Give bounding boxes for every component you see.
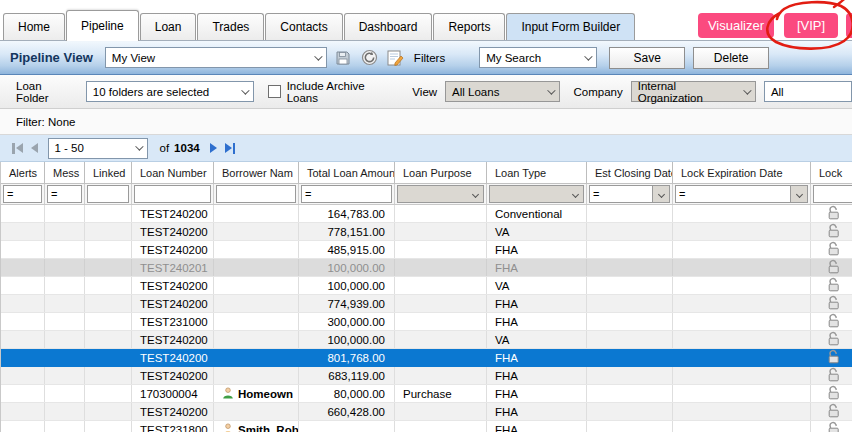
edit-icon[interactable]	[386, 49, 405, 67]
cutoff-pink-button[interactable]	[846, 13, 852, 38]
tab-loan[interactable]: Loan	[140, 13, 197, 40]
filter-select-type[interactable]	[489, 185, 584, 203]
visualizer-button[interactable]: Visualizer	[698, 13, 774, 38]
delete-button[interactable]: Delete	[693, 47, 769, 69]
cell-lock	[811, 241, 852, 258]
include-archive-checkbox[interactable]	[268, 85, 281, 98]
include-archive-label: Include Archive Loans	[287, 80, 397, 104]
first-page-button[interactable]	[12, 143, 23, 154]
lock-open-icon	[827, 241, 840, 258]
cell-purpose	[395, 295, 487, 312]
cell-alerts	[1, 223, 45, 240]
tab-home[interactable]: Home	[3, 13, 65, 40]
loan-folder-combobox[interactable]: 10 folders are selected	[86, 81, 254, 102]
column-header-mess[interactable]: Mess	[45, 162, 85, 183]
vip-button[interactable]: [VIP]	[784, 13, 838, 38]
filter-cell-purpose	[395, 184, 487, 204]
lock-open-icon	[827, 403, 840, 420]
view-filter-combobox[interactable]: All Loans	[445, 81, 560, 102]
tab-pipeline[interactable]: Pipeline	[66, 10, 139, 41]
cell-loan_number: 170300004	[132, 385, 214, 402]
tab-reports[interactable]: Reports	[433, 13, 505, 40]
column-header-loan_number[interactable]: Loan Number	[132, 162, 214, 183]
chevron-down-icon	[795, 190, 802, 197]
cell-mess	[45, 259, 85, 276]
save-button[interactable]: Save	[609, 47, 685, 69]
cell-mess	[45, 241, 85, 258]
filter-input-loan_number[interactable]	[134, 185, 211, 203]
cell-lock	[811, 223, 852, 240]
lock-open-icon	[827, 277, 840, 294]
page-range-combobox[interactable]: 1 - 50	[48, 138, 148, 159]
cell-purpose	[395, 205, 487, 222]
table-row[interactable]: TEST240200683,119.00FHA	[1, 367, 852, 385]
tab-trades[interactable]: Trades	[197, 13, 264, 40]
cell-lock_exp	[673, 259, 811, 276]
cell-loan_number: TEST240200	[132, 349, 214, 366]
filter-input-borrower[interactable]	[216, 185, 296, 203]
filter-dropdown-button-lock_exp[interactable]	[791, 185, 808, 203]
table-filter-row	[1, 184, 852, 205]
cell-purpose	[395, 223, 487, 240]
filter-input-est_closing[interactable]	[589, 185, 653, 203]
chevron-down-icon	[241, 86, 249, 94]
save-icon[interactable]	[334, 49, 353, 67]
table-row[interactable]: 170300004Homeown80,000.00PurchaseFHA	[1, 385, 852, 403]
cell-amount: 100,000.00	[299, 259, 395, 276]
cell-alerts	[1, 403, 45, 420]
column-header-alerts[interactable]: Alerts	[1, 162, 45, 183]
org-value: All	[771, 86, 784, 98]
table-row[interactable]: TEST240200660,428.00FHA	[1, 403, 852, 421]
filter-dropdown-button-est_closing[interactable]	[653, 185, 670, 203]
table-body: TEST240200164,783.00ConventionalTEST2402…	[1, 205, 852, 432]
table-row[interactable]: TEST231000300,000.00FHA	[1, 313, 852, 331]
filter-input-linked[interactable]	[87, 185, 129, 203]
prev-page-button[interactable]	[31, 143, 38, 153]
view-combobox[interactable]: My View	[105, 47, 327, 68]
reset-icon[interactable]	[360, 49, 379, 67]
column-header-amount[interactable]: Total Loan Amoun	[299, 162, 395, 183]
column-header-lock_exp[interactable]: Lock Expiration Date	[673, 162, 811, 183]
filter-input-alerts[interactable]	[3, 185, 42, 203]
cell-linked	[85, 367, 132, 384]
tab-dashboard[interactable]: Dashboard	[344, 13, 433, 40]
table-row[interactable]: TEST240200100,000.00VA	[1, 277, 852, 295]
filter-input-lock[interactable]	[813, 185, 852, 203]
cell-type: Conventional	[487, 205, 587, 222]
org-combobox[interactable]: All	[764, 81, 852, 102]
tab-contacts[interactable]: Contacts	[265, 13, 342, 40]
filter-input-mess[interactable]	[47, 185, 82, 203]
table-row[interactable]: TEST231800Smith, RobFHA	[1, 421, 852, 432]
filter-input-amount[interactable]	[301, 185, 392, 203]
cell-amount: 300,000.00	[299, 313, 395, 330]
company-combobox[interactable]: Internal Organization	[631, 81, 756, 102]
column-header-lock[interactable]: Lock	[811, 162, 852, 183]
filter-input-lock_exp[interactable]	[675, 185, 791, 203]
cell-mess	[45, 421, 85, 432]
column-header-est_closing[interactable]: Est Closing Date	[587, 162, 673, 183]
table-row[interactable]: TEST240200485,915.00FHA	[1, 241, 852, 259]
column-header-linked[interactable]: Linked	[85, 162, 132, 183]
table-row[interactable]: TEST240201100,000.00FHA	[1, 259, 852, 277]
column-header-purpose[interactable]: Loan Purpose	[395, 162, 487, 183]
tab-strip: HomePipelineLoanTradesContactsDashboardR…	[3, 0, 636, 40]
column-header-type[interactable]: Loan Type	[487, 162, 587, 183]
table-row[interactable]: TEST240200778,151.00VA	[1, 223, 852, 241]
column-header-borrower[interactable]: Borrower Nam	[214, 162, 299, 183]
cell-lock	[811, 259, 852, 276]
table-row[interactable]: TEST240200774,939.00FHA	[1, 295, 852, 313]
table-row[interactable]: TEST240200164,783.00Conventional	[1, 205, 852, 223]
pipeline-grid: AlertsMessLinkedLoan NumberBorrower NamT…	[0, 162, 852, 432]
cell-amount: 683,119.00	[299, 367, 395, 384]
last-page-button[interactable]	[225, 143, 236, 154]
table-row[interactable]: TEST240200100,000.00VA	[1, 331, 852, 349]
tab-input-form-builder[interactable]: Input Form Builder	[506, 13, 635, 40]
next-page-button[interactable]	[210, 143, 217, 153]
cell-type: FHA	[487, 259, 587, 276]
filter-select-purpose[interactable]	[397, 185, 484, 203]
search-combobox-value: My Search	[486, 52, 541, 64]
cell-alerts	[1, 313, 45, 330]
cell-linked	[85, 313, 132, 330]
search-combobox[interactable]: My Search	[479, 47, 597, 68]
table-row[interactable]: TEST240200801,768.00FHA	[1, 349, 852, 367]
